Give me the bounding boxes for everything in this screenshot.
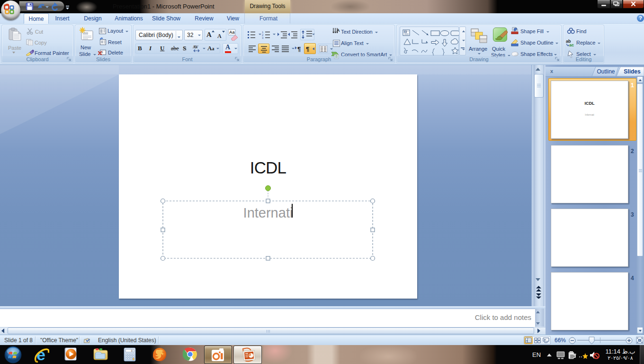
svg-text:¶: ¶ (297, 46, 301, 53)
svg-text:A: A (337, 28, 340, 33)
svg-text:¶: ¶ (306, 46, 309, 53)
svg-text:AV: AV (193, 45, 198, 49)
svg-text:3: 3 (262, 36, 264, 39)
svg-text:ac: ac (569, 43, 574, 47)
svg-text:Aa: Aa (229, 30, 235, 35)
svg-text:0: 0 (131, 350, 133, 353)
